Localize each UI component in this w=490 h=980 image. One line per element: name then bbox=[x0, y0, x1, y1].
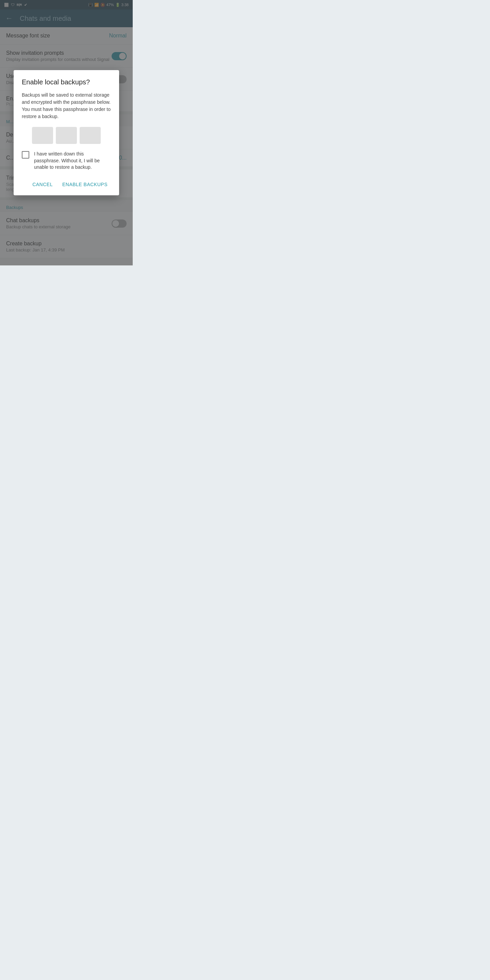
enable-backups-button[interactable]: ENABLE BACKUPS bbox=[59, 179, 111, 190]
dialog-title: Enable local backups? bbox=[22, 78, 111, 86]
passphrase-block-2 bbox=[56, 127, 77, 144]
page-wrapper: ⬜ 🛡 B|R ✔ 📳 📶 🔕 47% 🔋 3:38 ← Chats and m… bbox=[0, 0, 133, 266]
checkbox-row[interactable]: I have written down this passphrase. Wit… bbox=[22, 151, 111, 171]
passphrase-block-3 bbox=[80, 127, 101, 144]
passphrase-block-1 bbox=[32, 127, 53, 144]
dialog-message: Backups will be saved to external storag… bbox=[22, 92, 111, 120]
checkbox-label: I have written down this passphrase. Wit… bbox=[34, 151, 111, 171]
cancel-button[interactable]: CANCEL bbox=[29, 179, 56, 190]
passphrase-container bbox=[22, 127, 111, 144]
dialog-buttons: CANCEL ENABLE BACKUPS bbox=[22, 179, 111, 190]
dialog-overlay: Enable local backups? Backups will be sa… bbox=[0, 0, 133, 266]
enable-backups-dialog: Enable local backups? Backups will be sa… bbox=[14, 70, 119, 195]
written-down-checkbox[interactable] bbox=[22, 151, 29, 159]
